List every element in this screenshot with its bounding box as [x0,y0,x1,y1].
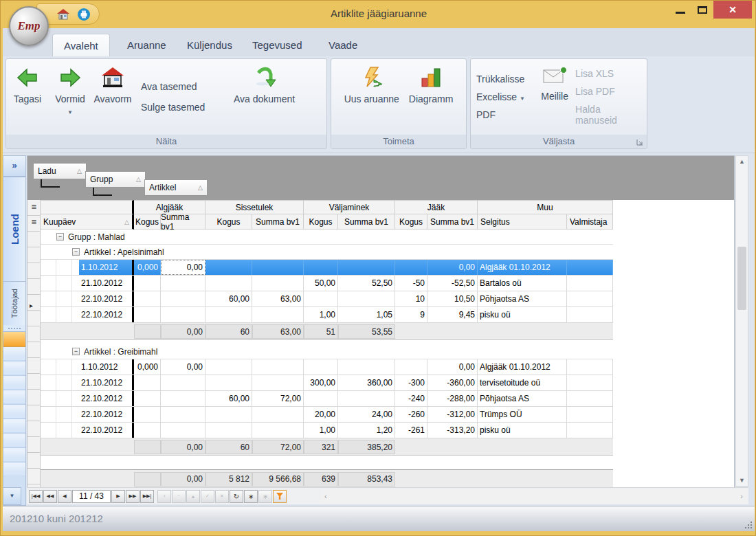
grid-cell[interactable] [304,359,338,375]
grid-cell[interactable]: 0,00 [427,359,478,375]
group-row[interactable]: −Grupp : Mahlad [41,230,613,245]
nav-bookmark-button[interactable]: ∗ [244,490,258,503]
grid-cell[interactable] [205,260,252,275]
grid-cell[interactable]: -240 [395,391,427,406]
grid-cell[interactable]: Trümps OÜ [478,407,567,422]
maximize-button[interactable] [691,1,713,19]
group-row[interactable]: −Artikkel : Apelsinimahl [41,245,613,260]
grid-cell[interactable]: 60,00 [205,391,252,406]
grid-cell[interactable]: 10 [395,291,427,306]
collapse-button[interactable]: − [56,233,64,241]
grid-cell[interactable]: -288,00 [427,391,478,406]
col-kogus-algjaak[interactable]: Kogus [134,214,161,230]
grid-cell[interactable]: -300 [395,375,427,390]
grid-cell[interactable]: -261 [395,423,427,438]
dialog-launcher-icon[interactable] [636,139,644,146]
application-button[interactable]: Emp [9,6,49,46]
grid-cell[interactable] [134,391,161,406]
nav-last-button[interactable]: ▶▶| [140,490,154,503]
pdf-button[interactable]: PDF [476,109,529,120]
grid-cell[interactable] [205,359,252,375]
group-row[interactable]: −Artikkel : Greibimahl [41,344,613,359]
close-button[interactable]: ✕ [713,1,752,19]
grid-cell[interactable]: 20,00 [304,407,338,422]
sidebar-splitter-grip[interactable] [3,325,25,332]
horizontal-scrollbar[interactable]: ‹ › [320,490,747,503]
grid-cell[interactable]: 360,00 [338,375,395,390]
grid-cell[interactable]: 0,000 [134,260,161,275]
grid-cell[interactable]: 300,00 [304,375,338,390]
nav-next-button[interactable]: ▶ [111,490,125,503]
sulge-tasemed-button[interactable]: Sulge tasemed [141,102,227,113]
grid-cell[interactable] [252,359,304,375]
table-row[interactable]: 1.10.20120,0000,000,00Algjääk 01.10.2012 [41,260,613,276]
grid-cell[interactable]: -313,20 [427,423,478,438]
grid-cell[interactable] [161,423,205,438]
meilile-button[interactable]: Meilile [535,59,574,135]
grid-cell[interactable]: 1,05 [338,307,395,322]
grid-cell[interactable]: 0,00 [161,260,205,275]
scroll-left-icon[interactable]: ‹ [324,492,327,500]
grid-cell[interactable]: Algjääk 01.10.2012 [478,359,567,375]
grid-cell[interactable] [134,423,161,438]
tab-vaade[interactable]: Vaade [318,34,368,56]
col-kogus-sissetulek[interactable]: Kogus [205,214,252,230]
col-summa-algjaak[interactable]: Summa bv1 [161,214,205,230]
grid-cell[interactable] [252,276,304,291]
grid-cell[interactable] [134,407,161,422]
uus-aruanne-button[interactable]: Uus aruanne [344,59,399,135]
band-sissetulek[interactable]: Sissetulek [205,200,304,214]
group-field-ladu[interactable]: Ladu△ [33,163,87,179]
ava-dokument-button[interactable]: Ava dokument [234,59,295,135]
band-jaak[interactable]: Jääk [395,200,478,214]
minimize-button[interactable] [669,1,691,19]
grid-cell[interactable] [338,291,395,306]
grid-cell[interactable] [567,260,613,275]
grid-cell[interactable] [161,375,205,390]
nav-next-page-button[interactable]: ▶▶ [126,490,140,503]
grid-cell[interactable]: 1,00 [304,307,338,322]
band-valjaminek[interactable]: Väljaminek [304,200,395,214]
grid-cell[interactable] [567,359,613,375]
col-kogus-jaak[interactable]: Kogus [395,214,427,230]
sidebar-overflow-button[interactable]: ▼ [3,487,21,505]
grid-cell[interactable] [304,391,338,406]
group-field-grupp[interactable]: Grupp△ [85,171,146,188]
grid-cell[interactable] [567,391,613,406]
grid-cell[interactable]: 9 [395,307,427,322]
sidebar-item-stack[interactable] [3,347,25,476]
grid-cell[interactable] [161,276,205,291]
grid-cell[interactable]: 0,000 [134,359,161,375]
table-row[interactable]: 22.10.201260,0063,001010,50Põhjaotsa AS [41,291,613,307]
grid-cell[interactable] [252,375,304,390]
grid-cell[interactable] [338,391,395,406]
sidebar-item-active[interactable] [3,332,25,347]
grid-cell[interactable]: 63,00 [252,291,304,306]
table-row[interactable]: 22.10.20121,001,0599,45pisku oü [41,307,613,323]
vertical-scrollbar[interactable]: ▲ ▼ [735,155,748,487]
grid-cell[interactable] [395,359,427,375]
grid-cell[interactable] [567,307,613,322]
tab-aruanne[interactable]: Aruanne [116,34,177,56]
collapse-button[interactable]: − [72,248,80,256]
col-summa-sissetulek[interactable]: Summa bv1 [252,214,304,230]
trukkalisse-button[interactable]: Trükkalisse [476,74,529,85]
excelisse-button[interactable]: Excelisse ▼ [476,91,529,102]
grid-cell[interactable] [205,375,252,390]
vormid-button[interactable]: Vormid ▼ [49,59,91,135]
grid-cell[interactable]: -260 [395,407,427,422]
grid-cell[interactable] [252,307,304,322]
table-row[interactable]: 22.10.20121,001,20-261-313,20pisku oü [41,423,613,438]
band-muu[interactable]: Muu [478,200,613,214]
col-valmistaja[interactable]: Valmistaja [567,214,613,230]
collapse-button[interactable]: − [72,348,80,355]
table-row[interactable]: 1.10.20120,0000,000,00Algjääk 01.10.2012 [41,359,613,375]
grid-cell[interactable] [567,291,613,306]
scroll-right-icon[interactable]: › [740,492,743,500]
grid-cell[interactable] [252,407,304,422]
grid-cell-kuupaev[interactable]: 22.10.2012 [79,423,134,438]
avavorm-button[interactable]: Avavorm [91,59,134,135]
table-row[interactable]: 21.10.201250,0052,50-50-52,50Bartalos oü [41,276,613,291]
scroll-down-icon[interactable]: ▼ [736,475,748,486]
sidebar-tab-loend[interactable]: Loend [3,177,25,281]
